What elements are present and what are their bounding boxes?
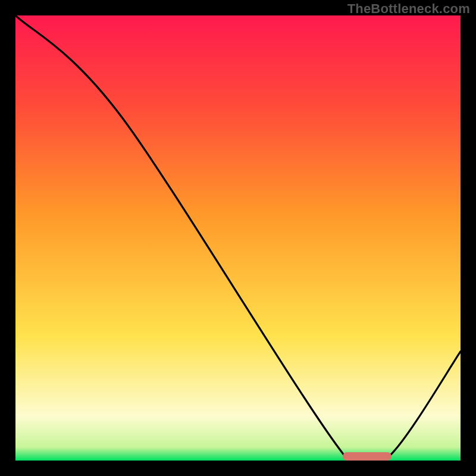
gradient-rect <box>15 15 461 461</box>
plot-svg <box>15 15 461 461</box>
chart-frame: TheBottleneck.com <box>0 0 476 476</box>
watermark-text: TheBottleneck.com <box>347 1 470 17</box>
plot-area <box>15 15 461 461</box>
optimal-range-marker <box>343 452 392 461</box>
